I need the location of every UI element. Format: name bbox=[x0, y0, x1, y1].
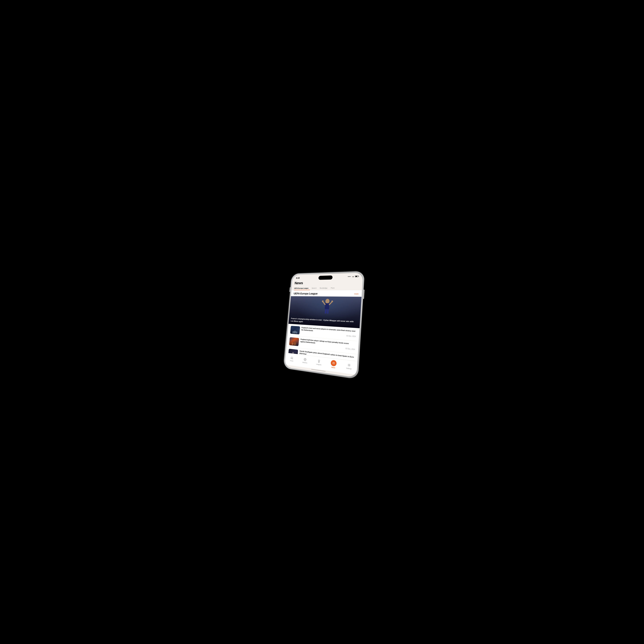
svg-rect-3 bbox=[327, 309, 329, 314]
section-title-uefa: UEFA Europa League bbox=[294, 292, 318, 295]
status-time: 6:22 bbox=[296, 277, 300, 279]
battery-icon bbox=[355, 275, 359, 277]
nav-item-news[interactable]: News bbox=[329, 360, 338, 369]
tab-serie-a[interactable]: Serie A bbox=[310, 286, 318, 290]
news-thumb-1 bbox=[290, 326, 300, 334]
svg-line-5 bbox=[329, 302, 332, 305]
nav-item-home[interactable]: Home bbox=[288, 356, 295, 362]
svg-point-8 bbox=[292, 331, 294, 333]
nav-item-leagues[interactable]: Leagues bbox=[315, 359, 323, 366]
svg-point-0 bbox=[325, 299, 330, 304]
section-header-uefa: UEFA Europa League more bbox=[291, 290, 362, 297]
settings-icon bbox=[347, 363, 351, 367]
nav-item-settings[interactable]: Settings bbox=[345, 363, 353, 370]
bottom-nav: Home Matches bbox=[285, 353, 357, 375]
nav-label-home: Home bbox=[290, 360, 293, 362]
leagues-icon bbox=[317, 359, 321, 363]
tab-bundesliga[interactable]: Bundesliga bbox=[318, 286, 329, 290]
wifi-icon: ▲ bbox=[352, 275, 354, 277]
home-indicator bbox=[311, 369, 326, 372]
svg-point-10 bbox=[296, 331, 297, 334]
news-info-2: England half-time player ratings as Kane… bbox=[300, 338, 355, 350]
status-icons: ▲ bbox=[348, 275, 358, 278]
phone-screen: 6:22 ▲ bbox=[285, 273, 363, 377]
home-icon bbox=[290, 356, 294, 360]
news-date-1: 03 Dec, 2024 bbox=[301, 332, 356, 337]
nav-item-matches[interactable]: Matches bbox=[301, 357, 309, 364]
uefa-section: UEFA Europa League more bbox=[286, 290, 362, 361]
news-thumb-2 bbox=[289, 337, 299, 346]
matches-icon bbox=[303, 357, 307, 362]
nav-label-matches: Matches bbox=[302, 361, 307, 364]
tab-premier[interactable]: Prem bbox=[329, 286, 336, 290]
svg-rect-1 bbox=[325, 303, 329, 309]
news-icon bbox=[330, 360, 337, 367]
svg-point-12 bbox=[294, 342, 296, 345]
dynamic-island bbox=[318, 275, 333, 280]
phone-frame: 6:22 ▲ bbox=[283, 271, 365, 380]
page-title: News bbox=[294, 280, 359, 285]
svg-point-11 bbox=[292, 342, 294, 345]
news-headline-2: England half-time player ratings as Kane… bbox=[300, 338, 355, 348]
tab-uefa-europa-league[interactable]: UEFA Europa League bbox=[294, 287, 310, 290]
screen-border: 6:22 ▲ bbox=[285, 273, 363, 377]
hero-image bbox=[288, 296, 362, 328]
svg-point-17 bbox=[349, 365, 350, 366]
svg-point-9 bbox=[294, 330, 296, 333]
news-info-1: England's best and worst players in dram… bbox=[301, 326, 356, 337]
signal-icon bbox=[348, 276, 351, 277]
svg-rect-2 bbox=[325, 309, 327, 314]
svg-rect-16 bbox=[333, 362, 335, 364]
section-more-uefa[interactable]: more bbox=[354, 293, 359, 295]
nav-label-news: News bbox=[331, 366, 335, 369]
svg-point-7 bbox=[331, 301, 333, 302]
hero-article[interactable]: France's championship window is over - K… bbox=[288, 296, 362, 328]
screen-content[interactable]: News UEFA Europa League Serie A Bundesli… bbox=[286, 278, 363, 361]
phone-scene: 6:22 ▲ bbox=[283, 271, 365, 380]
nav-label-leagues: Leagues bbox=[316, 363, 321, 366]
hero-player-figure bbox=[320, 298, 334, 317]
category-tabs[interactable]: UEFA Europa League Serie A Bundesliga Pr… bbox=[291, 284, 362, 290]
nav-label-settings: Settings bbox=[346, 367, 352, 370]
